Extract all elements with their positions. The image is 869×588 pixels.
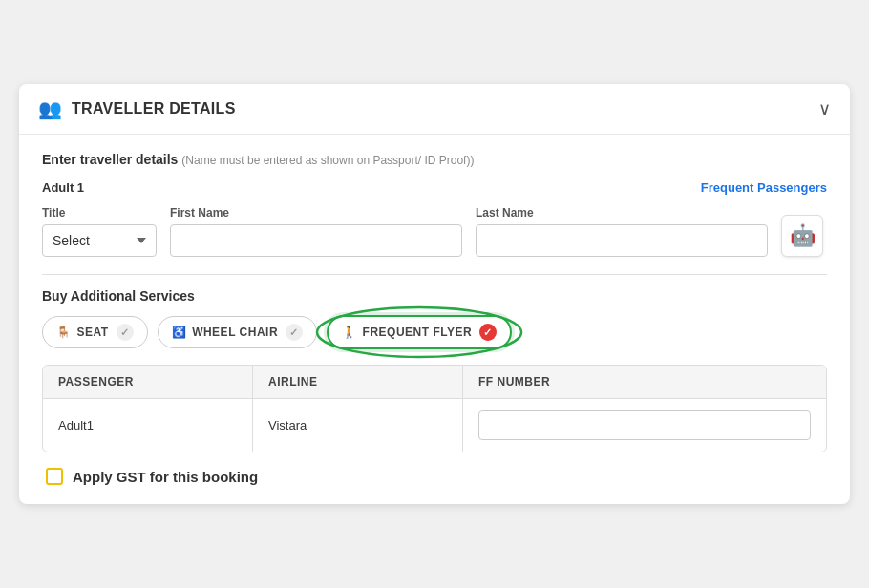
wheelchair-check-badge: ✓ (286, 324, 303, 341)
wheelchair-icon: ♿ (172, 326, 187, 339)
table-header: PASSENGER AIRLINE FF NUMBER (43, 366, 826, 399)
seat-check-badge: ✓ (117, 324, 134, 341)
people-icon: 👥 (38, 97, 62, 120)
traveller-details-card: 👥 TRAVELLER DETAILS ∨ Enter traveller de… (19, 84, 850, 504)
gst-label: Apply GST for this booking (73, 469, 258, 485)
last-name-group: Last Name (476, 206, 768, 257)
services-row: 🪑 SEAT ✓ ♿ WHEEL CHAIR ✓ 🚶 FREQUENT FLYE… (42, 315, 827, 349)
section-label: Enter traveller details (Name must be en… (42, 152, 827, 167)
ff-check-badge: ✓ (479, 324, 497, 341)
card-title: TRAVELLER DETAILS (72, 100, 236, 117)
divider (42, 274, 827, 275)
card-body: Enter traveller details (Name must be en… (19, 135, 850, 485)
title-label: Title (42, 206, 157, 220)
bot-button[interactable]: 🤖 (781, 215, 823, 257)
seat-icon: 🪑 (56, 326, 72, 339)
col-passenger: PASSENGER (43, 366, 253, 398)
gst-checkbox[interactable] (46, 468, 63, 485)
col-ff-number: FF NUMBER (463, 366, 826, 398)
header-left: 👥 TRAVELLER DETAILS (38, 97, 236, 120)
title-group: Title Select Mr Mrs Ms Dr (42, 206, 157, 257)
table-row: Adult1 Vistara (43, 399, 826, 452)
seat-service-btn[interactable]: 🪑 SEAT ✓ (42, 316, 148, 348)
bot-icon-group: 🤖 (781, 215, 827, 257)
form-row: Title Select Mr Mrs Ms Dr First Name Las… (42, 206, 827, 257)
cell-passenger: Adult1 (43, 399, 253, 452)
wheelchair-service-btn[interactable]: ♿ WHEEL CHAIR ✓ (158, 316, 317, 348)
frequent-flyer-service-btn[interactable]: 🚶 FREQUENT FLYER ✓ (327, 315, 512, 349)
cell-ff-number (463, 399, 826, 452)
first-name-input[interactable] (170, 224, 462, 257)
last-name-label: Last Name (476, 206, 768, 220)
first-name-label: First Name (170, 206, 462, 220)
ff-number-input[interactable] (478, 410, 811, 440)
col-airline: AIRLINE (253, 366, 463, 398)
ff-wrapper: 🚶 FREQUENT FLYER ✓ (327, 315, 512, 349)
wheelchair-label: WHEEL CHAIR (192, 326, 278, 339)
collapse-icon[interactable]: ∨ (818, 98, 831, 119)
seat-label: SEAT (77, 326, 109, 339)
last-name-input[interactable] (476, 224, 768, 257)
gst-row: Apply GST for this booking (42, 468, 827, 485)
ff-table: PASSENGER AIRLINE FF NUMBER Adult1 Vista… (42, 365, 827, 452)
frequent-passengers-link[interactable]: Frequent Passengers (701, 180, 827, 195)
card-header: 👥 TRAVELLER DETAILS ∨ (19, 84, 850, 135)
additional-services-title: Buy Additional Services (42, 288, 827, 304)
ff-icon: 🚶 (342, 326, 357, 339)
cell-airline: Vistara (253, 399, 463, 452)
passenger-label: Adult 1 (42, 180, 84, 195)
ff-label: FREQUENT FLYER (363, 326, 473, 339)
title-select[interactable]: Select Mr Mrs Ms Dr (42, 224, 157, 257)
passenger-label-row: Adult 1 Frequent Passengers (42, 180, 827, 195)
first-name-group: First Name (170, 206, 462, 257)
